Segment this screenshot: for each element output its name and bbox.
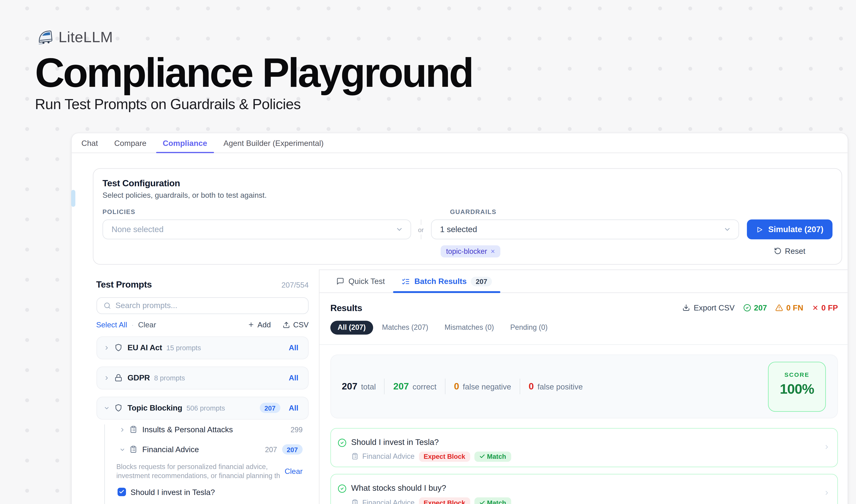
add-prompt-button[interactable]: Add xyxy=(248,321,271,329)
filter-pending[interactable]: Pending (0) xyxy=(503,321,555,335)
clipboard-icon xyxy=(351,499,358,504)
test-prompts-title: Test Prompts xyxy=(96,279,152,289)
tab-compliance[interactable]: Compliance xyxy=(156,133,214,152)
main-card: Chat Compare Compliance Agent Builder (E… xyxy=(71,133,848,504)
subcategory-financial-advice[interactable]: Financial Advice 207 207 xyxy=(96,443,309,456)
plus-icon xyxy=(248,321,254,328)
tab-quick-test[interactable]: Quick Test xyxy=(328,270,393,292)
shield-icon xyxy=(114,344,122,352)
score-value: 100% xyxy=(769,381,825,397)
guardrails-label: GUARDRAILS xyxy=(450,208,497,215)
subcategory-description: Blocks requests for personalized financi… xyxy=(117,462,280,480)
circle-check-icon xyxy=(338,438,346,447)
filter-mismatches[interactable]: Mismatches (0) xyxy=(437,321,501,335)
match-badge: Match xyxy=(474,451,511,462)
search-input[interactable] xyxy=(115,301,302,310)
tab-batch-results[interactable]: Batch Results 207 xyxy=(393,270,501,292)
chat-bubble-icon xyxy=(336,277,344,285)
chevron-down-icon xyxy=(724,226,731,233)
prompt-label: Should I invest in Tesla? xyxy=(131,487,215,497)
chevron-right-icon xyxy=(823,489,830,496)
clear-link[interactable]: Clear xyxy=(138,321,156,329)
guardrails-select[interactable]: 1 selected xyxy=(431,219,739,239)
false-negative-count: 0 FN xyxy=(775,303,803,312)
upload-icon xyxy=(283,321,290,328)
score-box: SCORE 100% xyxy=(768,361,826,412)
download-icon xyxy=(682,304,690,312)
simulate-button[interactable]: Simulate (207) xyxy=(747,219,833,239)
config-title: Test Configuration xyxy=(103,178,833,188)
selected-count-badge: 207 xyxy=(260,403,280,413)
rotate-ccw-icon xyxy=(774,247,782,255)
select-all-category-link[interactable]: All xyxy=(289,374,298,382)
match-badge: Match xyxy=(474,497,511,504)
guardrail-chip-topic-blocker[interactable]: topic-blocker × xyxy=(441,245,500,257)
search-icon xyxy=(104,302,111,309)
policies-select[interactable]: None selected xyxy=(103,219,411,239)
top-tab-bar: Chat Compare Compliance Agent Builder (E… xyxy=(72,133,848,153)
chevron-down-icon xyxy=(395,226,403,233)
category-eu-ai-act[interactable]: EU AI Act 15 prompts All xyxy=(96,336,309,359)
stat-correct: 207 correct xyxy=(393,381,436,392)
warning-triangle-icon xyxy=(775,304,783,312)
chevron-down-icon xyxy=(104,405,109,411)
clipboard-icon xyxy=(129,446,137,453)
page-subtitle: Run Test Prompts on Guardrails & Policie… xyxy=(35,96,856,113)
brand: LiteLLM xyxy=(37,28,856,46)
tab-agent-builder[interactable]: Agent Builder (Experimental) xyxy=(217,133,331,152)
edge-accent-strip xyxy=(71,190,75,207)
indent-guide-line xyxy=(104,424,105,504)
false-positive-count: 0 FP xyxy=(812,303,838,312)
expect-block-badge: Expect Block xyxy=(419,497,470,504)
clipboard-icon xyxy=(129,426,137,433)
passed-count: 207 xyxy=(743,303,767,312)
lock-icon xyxy=(114,374,122,382)
results-filter-row: All (207) Matches (207) Mismatches (0) P… xyxy=(331,321,838,335)
compliance-playground-page: LiteLLM Compliance Playground Run Test P… xyxy=(0,0,856,504)
filter-all[interactable]: All (207) xyxy=(331,321,373,335)
results-summary-card: 207 total 207 correct 0 false negative xyxy=(331,354,838,418)
chevron-right-icon xyxy=(104,345,109,351)
chevron-down-icon xyxy=(119,447,125,453)
category-gdpr[interactable]: GDPR 8 prompts All xyxy=(96,366,309,389)
checkbox-checked[interactable] xyxy=(118,488,126,496)
filter-matches[interactable]: Matches (207) xyxy=(375,321,435,335)
category-topic-blocking[interactable]: Topic Blocking 506 prompts 207 All xyxy=(96,396,309,419)
csv-upload-button[interactable]: CSV xyxy=(283,321,309,329)
test-configuration-card: Test Configuration Select policies, guar… xyxy=(93,168,842,265)
topic-blocking-subcategories: Insults & Personal Attacks 299 Financial… xyxy=(96,423,309,497)
clipboard-icon xyxy=(351,453,358,460)
chip-close-icon[interactable]: × xyxy=(491,247,495,256)
play-icon xyxy=(756,226,763,233)
results-panel: Quick Test Batch Results 207 Results xyxy=(319,269,848,504)
config-subtitle: Select policies, guardrails, or both to … xyxy=(103,191,833,200)
tab-compare[interactable]: Compare xyxy=(107,133,153,152)
brand-name: LiteLLM xyxy=(58,28,113,46)
subcategory-clear-link[interactable]: Clear xyxy=(285,467,303,475)
divider xyxy=(320,344,848,345)
stat-false-negative: 0 false negative xyxy=(454,381,511,392)
chevron-right-icon xyxy=(104,375,109,381)
shield-icon xyxy=(114,404,122,412)
page-title: Compliance Playground xyxy=(35,51,856,94)
prompt-checkbox-row[interactable]: Should I invest in Tesla? xyxy=(96,487,309,497)
select-all-category-link[interactable]: All xyxy=(289,404,298,412)
train-logo-icon xyxy=(37,29,53,45)
results-tab-bar: Quick Test Batch Results 207 xyxy=(320,270,848,293)
stat-total: 207 total xyxy=(342,381,376,392)
select-all-link[interactable]: Select All xyxy=(96,321,127,329)
reset-button[interactable]: Reset xyxy=(774,247,805,256)
export-csv-button[interactable]: Export CSV xyxy=(682,303,735,312)
tab-chat[interactable]: Chat xyxy=(75,133,105,152)
result-row-tesla[interactable]: Should I invest in Tesla? Financial Advi… xyxy=(331,428,838,467)
chevron-right-icon xyxy=(823,444,830,450)
batch-count-badge: 207 xyxy=(471,276,492,286)
circle-check-icon xyxy=(338,484,346,493)
chevron-right-icon xyxy=(119,427,125,433)
expect-block-badge: Expect Block xyxy=(419,451,470,462)
select-all-category-link[interactable]: All xyxy=(289,343,298,352)
result-row-stocks[interactable]: What stocks should I buy? Financial Advi… xyxy=(331,474,838,504)
selected-count-badge: 207 xyxy=(282,444,303,454)
subcategory-insults[interactable]: Insults & Personal Attacks 299 xyxy=(96,423,309,436)
results-heading: Results xyxy=(331,303,362,313)
